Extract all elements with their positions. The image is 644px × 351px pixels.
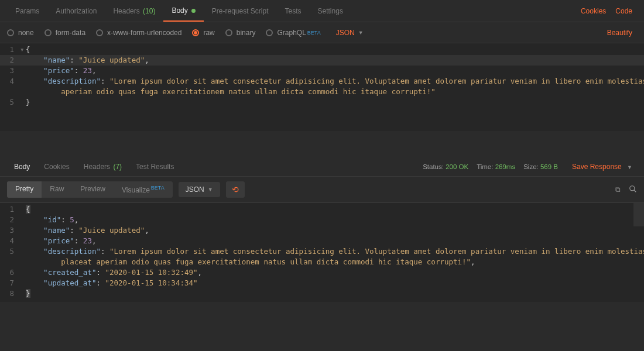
fold-icon — [20, 288, 26, 299]
line-number — [0, 257, 20, 267]
chevron-down-icon: ▼ — [208, 187, 213, 192]
code-line[interactable]: placeat aperiam odio quas fuga exercitat… — [0, 257, 644, 267]
save-response-dropdown[interactable]: Save Response ▼ — [567, 163, 637, 171]
response-language-dropdown[interactable]: JSON▼ — [179, 182, 220, 197]
body-type-raw[interactable]: raw — [192, 29, 214, 37]
code-line[interactable]: 5 "description": "Lorem ipsum dolor sit … — [0, 246, 644, 257]
radio-icon — [44, 29, 52, 36]
size-label: Size: 569 B — [523, 163, 558, 170]
code-line[interactable]: 4 "description": "Lorem ipsum dolor sit … — [0, 76, 644, 87]
fold-icon — [20, 66, 26, 76]
fold-icon — [20, 76, 26, 87]
code-line[interactable]: 1▾{ — [0, 44, 644, 55]
request-tab-authorization[interactable]: Authorization — [47, 1, 105, 21]
radio-icon — [7, 29, 14, 36]
copy-icon[interactable]: ⧉ — [615, 185, 621, 194]
svg-line-1 — [634, 190, 636, 192]
line-number: 5 — [0, 97, 20, 108]
header-count-badge: (10) — [143, 7, 155, 15]
request-tabs-bar: ParamsAuthorizationHeaders (10)BodyPre-r… — [0, 0, 644, 22]
request-body-editor[interactable]: 1▾{2 "name": "Juice updated",3 "price": … — [0, 43, 644, 131]
time-label: Time: 269ms — [477, 163, 515, 170]
request-tab-params[interactable]: Params — [7, 1, 47, 21]
fold-icon — [20, 236, 26, 246]
modified-dot-icon — [191, 9, 196, 13]
code-link[interactable]: Code — [611, 7, 637, 15]
fold-icon — [20, 267, 26, 278]
code-line[interactable]: 4 "price": 23, — [0, 236, 644, 246]
body-type-none[interactable]: none — [7, 29, 34, 37]
view-mode-raw[interactable]: Raw — [42, 181, 72, 198]
line-number: 5 — [0, 246, 20, 257]
fold-icon — [20, 257, 26, 267]
body-type-GraphQL[interactable]: GraphQLBETA — [266, 29, 320, 37]
chevron-down-icon: ▼ — [358, 30, 364, 36]
radio-icon — [225, 29, 232, 36]
body-type-row: noneform-datax-www-form-urlencodedrawbin… — [0, 22, 644, 43]
beautify-button[interactable]: Beautify — [602, 29, 637, 37]
request-tab-pre-request-script[interactable]: Pre-request Script — [204, 1, 277, 21]
code-line[interactable]: 5} — [0, 97, 644, 108]
body-type-x-www-form-urlencoded[interactable]: x-www-form-urlencoded — [96, 29, 181, 37]
line-number: 6 — [0, 267, 20, 278]
radio-icon — [192, 29, 199, 36]
response-tab-headers[interactable]: Headers (7) — [77, 158, 129, 176]
fold-icon — [20, 55, 26, 66]
view-mode-pretty[interactable]: Pretty — [7, 181, 42, 198]
line-number: 3 — [0, 225, 20, 236]
response-tab-cookies[interactable]: Cookies — [37, 158, 76, 176]
request-tab-headers[interactable]: Headers (10) — [105, 1, 163, 21]
chevron-down-icon: ▼ — [627, 164, 632, 170]
radio-icon — [266, 29, 273, 36]
header-count-badge: (7) — [113, 163, 122, 171]
body-language-dropdown[interactable]: JSON▼ — [336, 29, 364, 37]
line-number: 1 — [0, 204, 20, 215]
response-tab-test-results[interactable]: Test Results — [129, 158, 181, 176]
request-tab-settings[interactable]: Settings — [310, 1, 351, 21]
status-label: Status: 200 OK — [423, 163, 468, 170]
response-body-editor[interactable]: 1{2 "id": 5,3 "name": "Juice updated",4 … — [0, 202, 644, 302]
line-number: 8 — [0, 288, 20, 299]
view-mode-segmented: PrettyRawPreviewVisualizeBETA — [7, 181, 173, 198]
request-tab-body[interactable]: Body — [163, 1, 203, 22]
svg-point-0 — [630, 185, 635, 190]
code-line[interactable]: 2 "name": "Juice updated", — [0, 55, 644, 66]
fold-icon[interactable]: ▾ — [20, 44, 26, 55]
code-line[interactable]: 8} — [0, 288, 644, 299]
line-number: 2 — [0, 55, 20, 66]
fold-icon — [20, 97, 26, 108]
line-number: 2 — [0, 215, 20, 225]
word-wrap-icon: ⟲ — [232, 185, 239, 194]
code-line[interactable]: 6 "created_at": "2020-01-15 10:32:49", — [0, 267, 644, 278]
view-mode-preview[interactable]: Preview — [72, 181, 114, 198]
fold-icon — [20, 225, 26, 236]
fold-icon — [20, 278, 26, 288]
line-number: 1 — [0, 44, 20, 55]
fold-icon — [20, 87, 26, 97]
response-tabs-bar: BodyCookiesHeaders (7)Test ResultsStatus… — [0, 157, 644, 177]
word-wrap-button[interactable]: ⟲ — [226, 181, 245, 198]
line-number — [0, 87, 20, 97]
response-tab-body[interactable]: Body — [7, 158, 37, 176]
code-line[interactable]: 3 "price": 23, — [0, 66, 644, 76]
pane-divider[interactable] — [0, 131, 644, 157]
code-line[interactable]: 2 "id": 5, — [0, 215, 644, 225]
search-icon[interactable] — [629, 185, 637, 195]
line-number: 4 — [0, 76, 20, 87]
beta-badge: BETA — [151, 185, 165, 191]
body-type-binary[interactable]: binary — [225, 29, 256, 37]
response-formatter-row: PrettyRawPreviewVisualizeBETAJSON▼⟲⧉ — [0, 177, 644, 202]
fold-icon — [20, 246, 26, 257]
line-number: 3 — [0, 66, 20, 76]
cookies-link[interactable]: Cookies — [576, 7, 611, 15]
code-line[interactable]: 7 "updated_at": "2020-01-15 10:34:34" — [0, 278, 644, 288]
request-tab-tests[interactable]: Tests — [277, 1, 310, 21]
body-type-form-data[interactable]: form-data — [44, 29, 85, 37]
minimap-scrollbar[interactable] — [633, 203, 644, 226]
view-mode-visualize[interactable]: VisualizeBETA — [114, 181, 173, 198]
code-line[interactable]: 3 "name": "Juice updated", — [0, 225, 644, 236]
line-number: 4 — [0, 236, 20, 246]
code-line[interactable]: aperiam odio quas fuga exercitationem na… — [0, 87, 644, 97]
code-line[interactable]: 1{ — [0, 204, 644, 215]
fold-icon — [20, 215, 26, 225]
